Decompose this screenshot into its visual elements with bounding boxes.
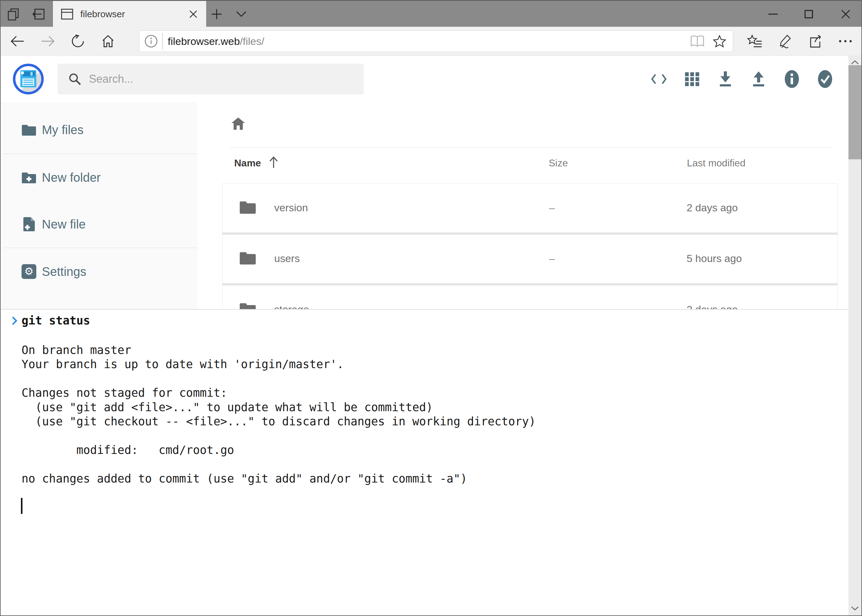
address-divider [162, 33, 163, 50]
refresh-button[interactable] [67, 29, 89, 53]
app-header [1, 56, 848, 102]
sidebar-item-new-folder[interactable]: New folder [1, 163, 198, 191]
sidebar-item-label: New folder [42, 171, 101, 184]
address-bar[interactable]: filebrowser.web/files/ [139, 30, 733, 52]
listing-header: Name Size Last modified [198, 155, 848, 173]
tab-bar: filebrowser [1, 1, 861, 27]
select-multiple-button[interactable] [817, 68, 833, 90]
grid-view-button[interactable] [684, 68, 700, 90]
column-header-name[interactable]: Name [234, 157, 261, 169]
download-button[interactable] [717, 68, 733, 90]
back-button[interactable] [7, 29, 28, 53]
prompt-chevron-icon [11, 316, 18, 326]
close-window-button[interactable] [835, 1, 856, 27]
window-arrow-icon [31, 8, 45, 20]
more-button[interactable] [835, 29, 856, 53]
pen-icon [778, 34, 792, 48]
info-icon [784, 70, 799, 88]
hub-button[interactable] [744, 29, 766, 53]
page-scrollbar[interactable] [848, 56, 861, 615]
home-button[interactable] [97, 29, 119, 53]
file-row-users[interactable]: users – 5 hours ago [222, 235, 837, 283]
sidebar-item-my-files[interactable]: My files [1, 116, 198, 144]
tabs-aside-button[interactable] [4, 1, 23, 27]
breadcrumb-home-button[interactable] [229, 115, 248, 133]
url-text: filebrowser.web/files/ [168, 35, 689, 47]
favorites-list-icon [747, 35, 763, 48]
refresh-icon [71, 35, 85, 48]
sidebar-item-label: New file [42, 217, 85, 231]
back-arrow-icon [10, 35, 25, 47]
column-header-modified[interactable]: Last modified [687, 157, 745, 169]
forward-button[interactable] [37, 29, 58, 53]
favorite-star-button[interactable] [711, 32, 728, 50]
file-row-version[interactable]: version – 2 days ago [222, 184, 837, 233]
search-icon [68, 72, 82, 86]
star-icon [713, 35, 726, 48]
plus-icon [211, 9, 222, 20]
search-box[interactable] [58, 64, 364, 94]
filebrowser-logo [13, 64, 44, 94]
sidebar: My files New folder New file [1, 102, 198, 309]
terminal-panel[interactable]: git status On branch master Your branch … [1, 309, 848, 615]
upload-button[interactable] [750, 68, 767, 90]
annotate-button[interactable] [774, 29, 796, 53]
terminal-prompt-line: git status [11, 314, 90, 327]
book-icon [690, 35, 705, 47]
sidebar-item-settings[interactable]: ⚙ Settings [1, 258, 198, 285]
tab-preview-button[interactable] [29, 1, 47, 27]
site-info-icon[interactable] [144, 35, 158, 48]
tab-list-button[interactable] [232, 1, 251, 27]
tab-favicon-icon [61, 8, 74, 20]
code-icon [651, 73, 667, 85]
share-button[interactable] [804, 29, 826, 53]
info-button[interactable] [784, 68, 800, 90]
raw-editor-button[interactable] [651, 68, 667, 90]
sidebar-item-new-file[interactable]: New file [1, 211, 198, 238]
new-tab-button[interactable] [207, 1, 226, 27]
chevron-down-icon [851, 606, 859, 610]
sidebar-item-label: My files [42, 123, 84, 137]
browser-tab[interactable]: filebrowser [53, 1, 206, 27]
column-header-size[interactable]: Size [549, 157, 568, 169]
scrollbar-thumb[interactable] [848, 65, 861, 159]
browser-toolbar: filebrowser.web/files/ [1, 27, 861, 56]
tab-close-button[interactable] [184, 5, 202, 24]
chevron-up-icon [851, 60, 859, 64]
forward-arrow-icon [40, 35, 55, 47]
minimize-button[interactable] [762, 1, 784, 27]
home-icon [231, 117, 246, 130]
upload-icon [751, 71, 766, 87]
file-size: – [549, 202, 555, 214]
search-input[interactable] [89, 72, 364, 85]
sidebar-item-label: Settings [42, 265, 87, 279]
sidebar-divider [4, 154, 198, 154]
grid-icon [685, 72, 699, 86]
breadcrumb-divider [230, 147, 832, 148]
ellipsis-icon [838, 40, 852, 43]
page-viewport: My files New folder New file [1, 56, 861, 615]
folder-plus-icon [22, 170, 36, 185]
terminal-output: On branch master Your branch is up to da… [22, 329, 842, 486]
sidebar-divider [4, 248, 198, 248]
file-modified: 2 days ago [687, 202, 738, 214]
scrollbar-down-button[interactable] [848, 603, 861, 614]
floppy-disk-icon [20, 70, 36, 87]
gear-icon: ⚙ [22, 264, 36, 279]
chevron-down-icon [236, 11, 246, 17]
reading-view-button[interactable] [689, 32, 706, 50]
maximize-icon [804, 10, 813, 19]
url-path: /files/ [240, 35, 264, 47]
filebrowser-page: My files New folder New file [1, 56, 848, 615]
folder-icon [240, 251, 256, 265]
terminal-command: git status [22, 314, 90, 327]
sort-ascending-icon[interactable] [268, 156, 279, 169]
file-size: – [549, 253, 555, 264]
header-actions [651, 64, 833, 94]
maximize-button[interactable] [798, 1, 819, 27]
download-icon [718, 71, 733, 87]
folder-icon [22, 123, 36, 137]
check-circle-icon [817, 70, 833, 88]
tab-title: filebrowser [80, 9, 184, 19]
file-modified: 5 hours ago [687, 253, 742, 264]
